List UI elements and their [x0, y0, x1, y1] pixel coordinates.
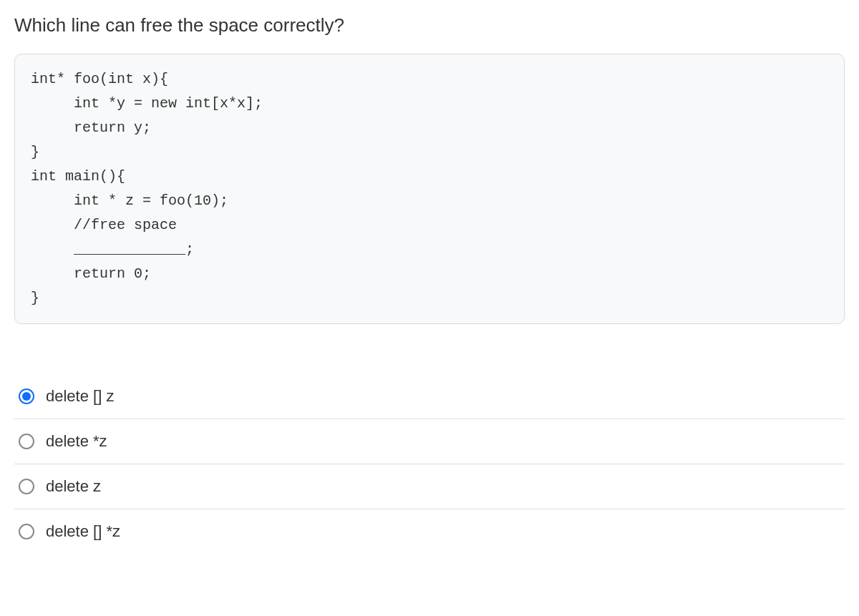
- answer-option-3[interactable]: delete [] *z: [14, 509, 845, 554]
- radio-icon: [19, 434, 34, 449]
- answer-label: delete z: [46, 477, 101, 496]
- answer-option-2[interactable]: delete z: [14, 464, 845, 509]
- answer-label: delete *z: [46, 432, 107, 451]
- answer-label: delete [] z: [46, 387, 114, 406]
- answer-option-0[interactable]: delete [] z: [14, 374, 845, 419]
- radio-icon: [19, 388, 34, 404]
- radio-icon: [19, 524, 34, 539]
- question-text: Which line can free the space correctly?: [14, 14, 845, 36]
- answer-option-1[interactable]: delete *z: [14, 419, 845, 464]
- radio-icon: [19, 479, 34, 494]
- answer-label: delete [] *z: [46, 522, 120, 541]
- answer-list: delete [] z delete *z delete z delete []…: [14, 374, 845, 554]
- code-block: int* foo(int x){ int *y = new int[x*x]; …: [14, 54, 845, 324]
